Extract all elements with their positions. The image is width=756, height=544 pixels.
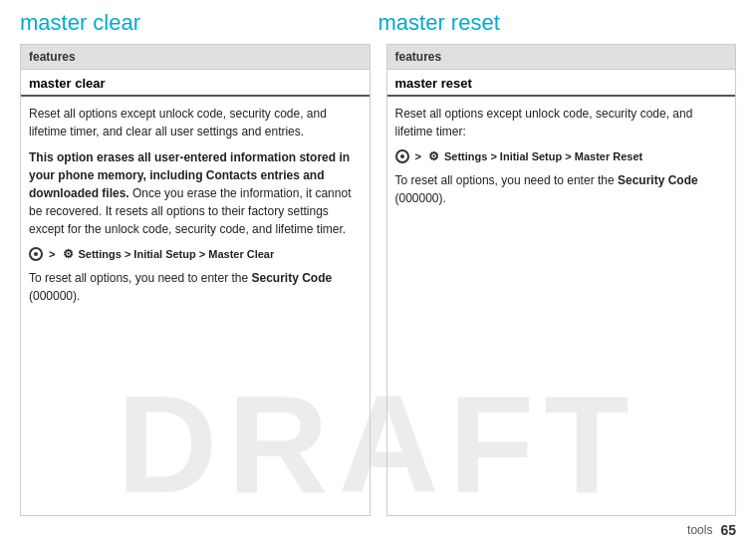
left-nav-text: Settings > Initial Setup > Master Clear: [78, 246, 274, 263]
right-para2-pre: To reset all options, you need to enter …: [395, 173, 618, 187]
columns-row: features master clear Reset all options …: [0, 44, 756, 516]
footer-tools-label: tools: [687, 523, 712, 537]
footer: tools 65: [0, 516, 756, 544]
left-features-header: features: [21, 45, 370, 70]
left-para2: This option erases all user-entered info…: [29, 148, 362, 238]
left-arrow1: >: [49, 246, 55, 263]
right-nav-path: > ⚙ Settings > Initial Setup > Master Re…: [395, 148, 728, 165]
left-feature-name: master clear: [21, 70, 370, 97]
left-column: features master clear Reset all options …: [20, 44, 371, 516]
right-para2-bold: Security Code: [618, 173, 698, 187]
right-para1: Reset all options except unlock code, se…: [395, 105, 728, 140]
right-feature-name: master reset: [387, 70, 736, 97]
header-row: master clear master reset: [0, 0, 756, 44]
right-nav-circle-icon: [395, 149, 409, 163]
right-settings-icon: ⚙: [426, 148, 442, 164]
right-para2: To reset all options, you need to enter …: [395, 171, 728, 207]
left-para3-bold: Security Code: [251, 271, 332, 285]
footer-page-number: 65: [720, 522, 736, 538]
right-section-title: master reset: [378, 10, 737, 36]
left-nav-path: > ⚙ Settings > Initial Setup > Master Cl…: [29, 246, 362, 263]
left-para3-pre: To reset all options, you need to enter …: [29, 271, 251, 285]
left-para1: Reset all options except unlock code, se…: [29, 105, 362, 140]
right-features-header: features: [387, 45, 736, 70]
right-para2-post: (000000).: [395, 191, 446, 205]
left-settings-icon: ⚙: [60, 246, 76, 262]
right-feature-body: Reset all options except unlock code, se…: [387, 97, 736, 515]
left-nav-circle-icon: [29, 247, 43, 261]
left-para3: To reset all options, you need to enter …: [29, 269, 362, 305]
left-para3-post: (000000).: [29, 289, 80, 303]
right-arrow1: >: [415, 148, 421, 165]
right-nav-text: Settings > Initial Setup > Master Reset: [444, 148, 642, 165]
left-feature-body: Reset all options except unlock code, se…: [21, 97, 370, 515]
right-column: features master reset Reset all options …: [386, 44, 737, 516]
left-section-title: master clear: [20, 10, 378, 36]
page-content: master clear master reset features maste…: [0, 0, 756, 544]
